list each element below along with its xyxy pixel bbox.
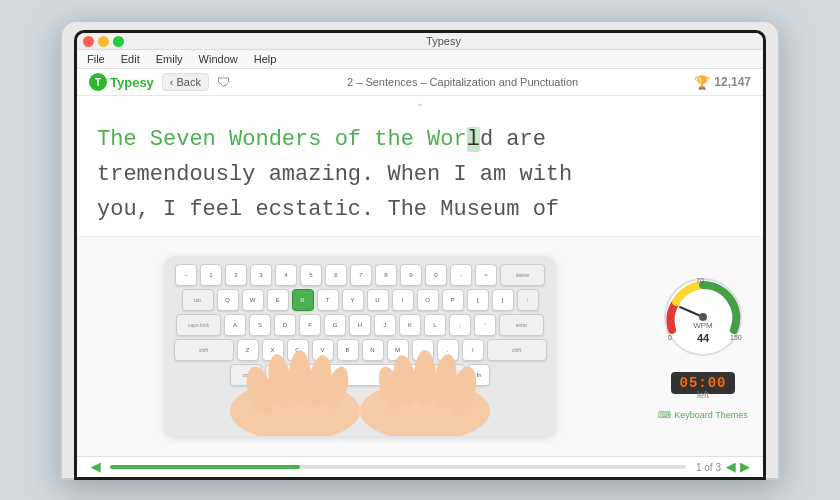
- typing-area: The Seven Wonders of the World aretremen…: [77, 110, 763, 237]
- kb-key: S: [249, 314, 271, 336]
- kb-key: ': [474, 314, 496, 336]
- timer-label: left: [697, 390, 709, 400]
- kb-key-r: R: [292, 289, 314, 311]
- kb-key: =: [475, 264, 497, 286]
- kb-key: Z: [237, 339, 259, 361]
- typesy-logo-text: Typesy: [110, 75, 154, 90]
- kb-row-qwerty: tab Q W E R T Y U I O P: [173, 289, 547, 311]
- kb-alt: alt: [265, 364, 297, 386]
- app-toolbar: T Typesy ‹ Back 🛡 2 – Sentences – Capita…: [77, 69, 763, 96]
- kb-key: 3: [250, 264, 272, 286]
- back-label: Back: [177, 76, 201, 88]
- kb-key: ~: [175, 264, 197, 286]
- kb-key: ,: [412, 339, 434, 361]
- svg-text:70: 70: [696, 277, 704, 284]
- kb-alt-right: alt: [433, 364, 465, 386]
- window-controls: [83, 36, 124, 47]
- kb-key: /: [462, 339, 484, 361]
- kb-tab: tab: [182, 289, 214, 311]
- typesy-logo-icon: T: [89, 73, 107, 91]
- kb-key: 8: [375, 264, 397, 286]
- prev-arrow[interactable]: ◀: [91, 460, 100, 474]
- trophy-icon: 🏆: [694, 75, 710, 90]
- timer-container: 05:00 left: [671, 372, 734, 400]
- keyboard-area: ~ 1 2 3 4 5 6 7 8 9 0 -: [77, 237, 643, 456]
- svg-text:150: 150: [730, 334, 742, 341]
- kb-key: fn: [468, 364, 490, 386]
- window-titlebar: Typesy: [77, 33, 763, 50]
- kb-key: 9: [400, 264, 422, 286]
- kb-row-numbers: ~ 1 2 3 4 5 6 7 8 9 0 -: [173, 264, 547, 286]
- back-button[interactable]: ‹ Back: [162, 73, 209, 91]
- keyboard-visual: ~ 1 2 3 4 5 6 7 8 9 0 -: [165, 256, 555, 436]
- kb-row-asdf: caps lock A S D F G H J K L ;: [173, 314, 547, 336]
- back-arrow-icon: ‹: [170, 76, 174, 88]
- kb-key: 6: [325, 264, 347, 286]
- kb-key: 0: [425, 264, 447, 286]
- svg-text:0: 0: [668, 334, 672, 341]
- kb-key: G: [324, 314, 346, 336]
- kb-key: [300, 364, 430, 386]
- kb-shift-right: shift: [487, 339, 547, 361]
- kb-key: F: [299, 314, 321, 336]
- menu-file[interactable]: File: [85, 52, 107, 66]
- kb-key: 7: [350, 264, 372, 286]
- current-char: l: [467, 127, 480, 152]
- menu-bar: File Edit Emily Window Help: [77, 50, 763, 69]
- bottom-bar: ◀ 1 of 3 ◀ ▶: [77, 456, 763, 477]
- menu-edit[interactable]: Edit: [119, 52, 142, 66]
- kb-key: W: [242, 289, 264, 311]
- score-value: 12,147: [714, 75, 751, 89]
- kb-backslash: \: [517, 289, 539, 311]
- kb-row-zxcv: shift Z X C V B N M , . /: [173, 339, 547, 361]
- kb-row-bottom: ctrl alt alt fn: [173, 364, 547, 386]
- kb-key: H: [349, 314, 371, 336]
- kb-enter: enter: [499, 314, 544, 336]
- laptop-screen: Typesy File Edit Emily Window Help T Typ…: [77, 33, 763, 477]
- svg-text:44: 44: [697, 332, 710, 344]
- page-navigation: 1 of 3 ◀ ▶: [696, 460, 749, 474]
- kb-key: 1: [200, 264, 222, 286]
- kb-key: 5: [300, 264, 322, 286]
- typesy-logo: T Typesy: [89, 73, 154, 91]
- typing-text: The Seven Wonders of the World aretremen…: [97, 122, 743, 228]
- svg-text:WPM: WPM: [693, 321, 713, 330]
- maximize-button[interactable]: [113, 36, 124, 47]
- kb-capslock: caps lock: [176, 314, 221, 336]
- progress-fill: [110, 465, 300, 469]
- right-panel: 0 150 70 WPM 44 05:00 left: [643, 237, 763, 456]
- kb-key: P: [442, 289, 464, 311]
- kb-key: T: [317, 289, 339, 311]
- menu-window[interactable]: Window: [197, 52, 240, 66]
- close-button[interactable]: [83, 36, 94, 47]
- window-title: Typesy: [130, 35, 757, 47]
- shield-icon: 🛡: [217, 74, 231, 90]
- keyboard-themes-link[interactable]: ⌨ Keyboard Themes: [658, 410, 747, 420]
- kb-key: -: [450, 264, 472, 286]
- prev-page-arrow[interactable]: ◀: [726, 460, 735, 474]
- keyboard-themes-label: Keyboard Themes: [674, 410, 747, 420]
- kb-key: U: [367, 289, 389, 311]
- score-badge: 🏆 12,147: [694, 75, 751, 90]
- kb-key: K: [399, 314, 421, 336]
- menu-emily[interactable]: Emily: [154, 52, 185, 66]
- progress-bar: [110, 465, 686, 469]
- kb-key: N: [362, 339, 384, 361]
- kb-ctrl: ctrl: [230, 364, 262, 386]
- kb-key: Q: [217, 289, 239, 311]
- kb-key: ;: [449, 314, 471, 336]
- wpm-gauge: 0 150 70 WPM 44: [658, 272, 748, 362]
- next-page-arrow[interactable]: ▶: [740, 460, 749, 474]
- kb-key: C: [287, 339, 309, 361]
- dropdown-hint: ⌄: [77, 96, 763, 110]
- kb-key: Y: [342, 289, 364, 311]
- speedometer: 0 150 70 WPM 44: [658, 272, 748, 362]
- kb-key: X: [262, 339, 284, 361]
- lesson-title: 2 – Sentences – Capitalization and Punct…: [239, 76, 686, 88]
- kb-key: I: [392, 289, 414, 311]
- kb-key: ]: [492, 289, 514, 311]
- minimize-button[interactable]: [98, 36, 109, 47]
- menu-help[interactable]: Help: [252, 52, 279, 66]
- kb-key: .: [437, 339, 459, 361]
- kb-shift-left: shift: [174, 339, 234, 361]
